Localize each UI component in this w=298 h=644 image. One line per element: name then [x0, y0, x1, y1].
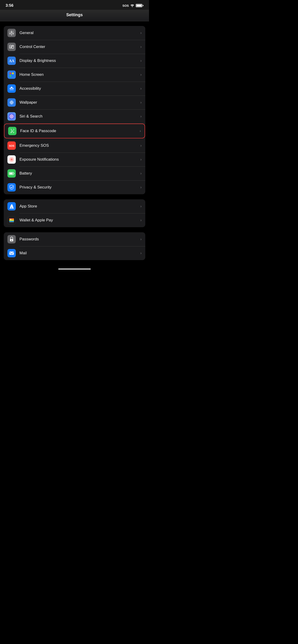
svg-rect-12	[12, 72, 14, 74]
wallet-apple-pay-label: Wallet & Apple Pay	[20, 218, 139, 222]
home-screen-icon	[8, 70, 16, 79]
svg-rect-52	[11, 240, 12, 241]
exposure-notifications-chevron: ›	[140, 158, 142, 162]
privacy-security-chevron: ›	[140, 185, 142, 190]
page-title: Settings	[66, 12, 83, 17]
accessibility-icon	[8, 84, 16, 93]
svg-point-34	[11, 159, 12, 160]
emergency-sos-icon: SOS	[8, 142, 16, 150]
status-bar: 3:56 SOS	[0, 0, 149, 10]
display-brightness-label: Display & Brightness	[20, 58, 139, 63]
control-center-label: Control Center	[20, 44, 139, 49]
general-chevron: ›	[140, 31, 142, 35]
svg-point-27	[13, 130, 13, 130]
app-store-chevron: ›	[140, 204, 142, 208]
home-indicator	[0, 265, 149, 272]
settings-row-mail[interactable]: Mail ›	[4, 246, 145, 260]
wallpaper-chevron: ›	[140, 100, 142, 104]
svg-point-7	[12, 46, 13, 46]
passwords-icon	[8, 235, 16, 244]
general-icon	[8, 29, 16, 37]
settings-row-home-screen[interactable]: Home Screen ›	[4, 68, 145, 82]
siri-search-chevron: ›	[140, 114, 142, 118]
face-id-passcode-label: Face ID & Passcode	[20, 129, 138, 133]
privacy-security-label: Privacy & Security	[20, 185, 139, 190]
face-id-icon	[8, 127, 17, 135]
battery-icon	[8, 169, 16, 178]
battery-status-icon	[136, 4, 143, 7]
exposure-notifications-label: Exposure Notifications	[20, 157, 139, 162]
accessibility-label: Accessibility	[20, 86, 139, 91]
settings-row-wallet-apple-pay[interactable]: Wallet & Apple Pay ›	[4, 213, 145, 227]
settings-row-display-brightness[interactable]: AA Display & Brightness ›	[4, 54, 145, 68]
privacy-security-icon	[8, 183, 16, 192]
display-brightness-icon: AA	[8, 56, 16, 65]
svg-rect-47	[10, 219, 11, 220]
home-screen-label: Home Screen	[20, 72, 139, 77]
navigation-header: Settings	[0, 10, 149, 21]
control-center-icon	[8, 43, 16, 51]
system-settings-group: General › Control Center › AA Display & …	[4, 26, 145, 194]
settings-row-face-id-passcode[interactable]: Face ID & Passcode ›	[4, 124, 145, 138]
general-label: General	[20, 30, 139, 35]
mail-icon	[8, 249, 16, 257]
apps-settings-group: Passwords › Mail ›	[4, 232, 145, 260]
exposure-notifications-icon	[8, 155, 16, 164]
svg-rect-39	[8, 183, 16, 192]
svg-rect-14	[12, 75, 14, 77]
siri-search-label: Siri & Search	[20, 114, 139, 119]
sos-indicator: SOS	[123, 4, 129, 8]
passwords-label: Passwords	[20, 237, 139, 242]
siri-icon	[8, 112, 16, 120]
settings-row-privacy-security[interactable]: Privacy & Security ›	[4, 180, 145, 194]
mail-chevron: ›	[140, 251, 142, 255]
status-icons: SOS	[123, 4, 143, 8]
svg-rect-10	[8, 70, 16, 79]
settings-row-emergency-sos[interactable]: SOS Emergency SOS ›	[4, 139, 145, 152]
control-center-chevron: ›	[140, 45, 142, 49]
emergency-sos-label: Emergency SOS	[20, 143, 139, 148]
status-time: 3:56	[6, 3, 14, 8]
store-settings-group: 𝗔 App Store › Wall	[4, 199, 145, 227]
svg-rect-48	[9, 222, 14, 222]
wifi-icon	[130, 4, 134, 7]
home-screen-chevron: ›	[140, 72, 142, 77]
svg-point-20	[11, 102, 12, 103]
settings-row-passwords[interactable]: Passwords ›	[4, 232, 145, 246]
settings-content: General › Control Center › AA Display & …	[0, 21, 149, 265]
home-bar	[58, 268, 91, 270]
battery-label: Battery	[20, 171, 139, 176]
svg-rect-25	[8, 127, 17, 135]
svg-rect-46	[9, 221, 14, 222]
settings-row-wallpaper[interactable]: Wallpaper ›	[4, 96, 145, 110]
face-id-passcode-chevron: ›	[140, 129, 141, 133]
wallet-apple-pay-chevron: ›	[140, 218, 142, 222]
settings-row-control-center[interactable]: Control Center ›	[4, 40, 145, 54]
settings-row-app-store[interactable]: 𝗔 App Store ›	[4, 199, 145, 213]
display-brightness-chevron: ›	[140, 59, 142, 63]
svg-rect-38	[10, 173, 13, 174]
svg-text:SOS: SOS	[9, 144, 14, 147]
accessibility-chevron: ›	[140, 86, 142, 91]
settings-row-exposure-notifications[interactable]: Exposure Notifications ›	[4, 152, 145, 166]
passwords-chevron: ›	[140, 237, 142, 241]
settings-row-general[interactable]: General ›	[4, 26, 145, 40]
app-store-label: App Store	[20, 204, 139, 209]
svg-rect-54	[9, 252, 14, 255]
mail-label: Mail	[20, 251, 139, 256]
svg-rect-3	[8, 43, 16, 51]
settings-row-siri-search[interactable]: Siri & Search ›	[4, 110, 145, 123]
app-store-icon: 𝗔	[8, 202, 16, 210]
wallpaper-icon	[8, 98, 16, 107]
wallet-icon	[8, 216, 16, 224]
svg-point-5	[10, 46, 11, 48]
settings-row-battery[interactable]: Battery ›	[4, 166, 145, 180]
svg-point-0	[132, 6, 133, 7]
svg-rect-11	[10, 72, 11, 74]
svg-rect-37	[14, 173, 15, 174]
svg-point-24	[11, 116, 12, 117]
settings-row-accessibility[interactable]: Accessibility ›	[4, 82, 145, 96]
battery-chevron: ›	[140, 171, 142, 176]
svg-text:AA: AA	[9, 59, 15, 63]
svg-point-26	[11, 130, 12, 130]
